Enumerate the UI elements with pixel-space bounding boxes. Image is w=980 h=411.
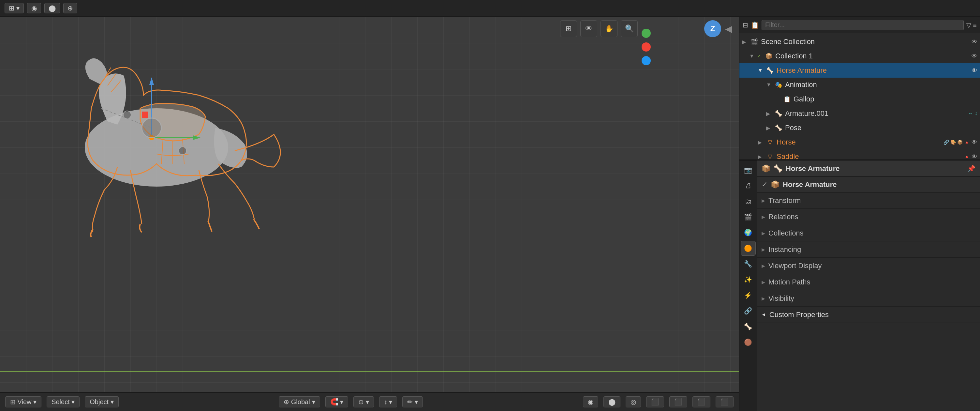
tree-item-animation[interactable]: ▼ 🎭 Animation [740, 78, 980, 92]
outliner-section: ⊟ 📋 ▽ ≡ ▶ 🎬 Scene Collection 👁 ▼ ✓ [740, 17, 980, 161]
gallop-label: Gallop [794, 95, 977, 104]
visibility-label: Visibility [768, 294, 794, 303]
armature001-icon: 🦴 [774, 110, 783, 117]
scene-collection-label: Scene Collection [761, 38, 970, 46]
svg-rect-8 [142, 112, 148, 118]
tree-item-horse-armature[interactable]: ▼ 🦴 Horse Armature 👁 [740, 63, 980, 78]
proportional-btn[interactable]: ⊙ ▾ [353, 396, 374, 408]
motion-paths-section[interactable]: ▶ Motion Paths [757, 274, 980, 290]
custom-properties-section[interactable]: ▼ Custom Properties [757, 307, 980, 323]
horse-armature-label: Horse Armature [776, 66, 970, 75]
relations-section[interactable]: ▶ Relations [757, 209, 980, 225]
tree-item-armature001[interactable]: ▶ 🦴 Armature.001 ↔ ↕ [740, 106, 980, 121]
properties-header-title: Horse Armature [786, 164, 840, 173]
viewport-icon-buttons: ⊞ 👁 ✋ 🔍 [560, 20, 638, 37]
camera-btn[interactable]: 👁 [580, 20, 597, 37]
props-material-btn[interactable]: 🟤 [741, 335, 756, 350]
zoom-btn[interactable]: 🔍 [621, 20, 638, 37]
props-data-btn[interactable]: 🦴 [741, 319, 756, 334]
axis-z-indicator[interactable]: Z [704, 20, 721, 37]
props-object-btn[interactable]: 🟠 [741, 241, 756, 256]
props-modifier-btn[interactable]: 🔧 [741, 256, 756, 271]
props-physics-btn[interactable]: ⚡ [741, 288, 756, 303]
tree-item-saddle[interactable]: ▶ ▽ Saddle 🔺 👁 [740, 150, 980, 159]
viewport-shading-btn[interactable]: ◉ [27, 3, 41, 13]
motion-paths-arrow: ▶ [762, 280, 765, 285]
shading-mat-btn[interactable]: ⬛ [669, 396, 687, 408]
pin-icon[interactable]: 📌 [967, 165, 975, 172]
relations-arrow: ▶ [762, 214, 765, 220]
props-scene-btn[interactable]: 🎬 [741, 209, 756, 225]
motion-paths-label: Motion Paths [768, 278, 810, 287]
overlay-btn[interactable]: ⬤ [45, 3, 60, 13]
snap-btn[interactable]: 🧲 ▾ [325, 396, 348, 408]
viewport-area: Z ◀ ⊞ 👁 ✋ 🔍 [0, 17, 739, 411]
overlay-toggle[interactable]: ⬤ [603, 396, 620, 408]
horizon-line [0, 371, 739, 372]
tree-arrow: ▶ [758, 154, 764, 160]
global-btn[interactable]: ⊕ Global ▾ [279, 396, 320, 408]
select-menu-btn[interactable]: Select ▾ [47, 396, 80, 408]
props-constraints-btn[interactable]: 🔗 [741, 303, 756, 319]
pose-label: Pose [785, 124, 977, 132]
props-particles-btn[interactable]: ✨ [741, 272, 756, 287]
color-dots-panel [641, 29, 651, 65]
outliner-topbar: ⊟ 📋 ▽ ≡ [740, 17, 980, 33]
outliner-editor-icon: ⊟ [743, 21, 748, 29]
shading-extra-btn[interactable]: ⬛ [716, 396, 733, 408]
saddle-eye[interactable]: 👁 [972, 153, 977, 160]
props-world-btn[interactable]: 🌍 [741, 225, 756, 240]
properties-section: 📷 🖨 🗂 🎬 🌍 🟠 🔧 ✨ ⚡ 🔗 🦴 🟤 📦 🦴 Ho [740, 161, 980, 411]
armature001-label: Armature.001 [785, 109, 964, 118]
shading-solid-btn[interactable]: ⬛ [646, 396, 664, 408]
collections-section[interactable]: ▶ Collections [757, 225, 980, 241]
tree-item-horse[interactable]: ▶ ▽ Horse 🔗 🎨 📦 🔺 👁 [740, 135, 980, 150]
dot-green [641, 29, 651, 38]
shading-render-btn[interactable]: ⬛ [692, 396, 710, 408]
filter-icon[interactable]: ▽ ≡ [966, 21, 977, 29]
outliner-search-input[interactable] [762, 20, 964, 30]
viewport-mode-btn[interactable]: ◉ [583, 396, 598, 408]
props-output-btn[interactable]: 🖨 [741, 178, 756, 193]
props-render-btn[interactable]: 📷 [741, 162, 756, 177]
tree-item-pose[interactable]: ▶ 🦴 Pose [740, 121, 980, 135]
viewport-display-section[interactable]: ▶ Viewport Display [757, 258, 980, 274]
view-menu-btn[interactable]: ⊞ View ▾ [5, 396, 41, 408]
animation-icon: 🎭 [774, 81, 783, 88]
tree-arrow: ▶ [766, 125, 772, 131]
scene-collection-eye[interactable]: 👁 [972, 38, 977, 45]
transform-section[interactable]: ▶ Transform [757, 193, 980, 209]
tree-item-collection1[interactable]: ▼ ✓ 📦 Collection 1 👁 [740, 49, 980, 63]
pose-icon: 🦴 [774, 124, 783, 131]
horse-armature-icon: 🦴 [765, 67, 775, 74]
visibility-section[interactable]: ▶ Visibility [757, 290, 980, 307]
props-view-layer-btn[interactable]: 🗂 [741, 194, 756, 209]
svg-marker-5 [149, 77, 154, 85]
xray-btn[interactable]: ◎ [625, 396, 641, 408]
horse-armature-eye[interactable]: 👁 [972, 67, 977, 74]
object-menu-btn[interactable]: Object ▾ [85, 396, 118, 408]
horse-3d-view [26, 43, 320, 245]
relations-label: Relations [768, 213, 799, 221]
svg-point-12 [179, 147, 186, 155]
viewport-display-arrow: ▶ [762, 263, 765, 268]
tree-arrow: ▶ [766, 111, 772, 117]
panel-collapse-arrow[interactable]: ◀ [725, 24, 732, 34]
tree-item-gallop[interactable]: ▶ 📋 Gallop [740, 92, 980, 106]
tree-item-scene-collection[interactable]: ▶ 🎬 Scene Collection 👁 [740, 35, 980, 49]
instancing-section[interactable]: ▶ Instancing [757, 241, 980, 258]
global-dropdown: ▾ [312, 398, 315, 406]
grid-view-btn[interactable]: ⊞ [560, 20, 577, 37]
transform-mode-btn[interactable]: ↕ ▾ [379, 396, 398, 408]
hand-btn[interactable]: ✋ [601, 20, 617, 37]
horse-svg [26, 43, 320, 239]
collection1-eye[interactable]: 👁 [972, 53, 977, 60]
annotation-btn[interactable]: ✏ ▾ [402, 396, 423, 408]
tree-arrow: ▼ [766, 82, 772, 88]
top-header-bar: ⊞ ▾ ◉ ⬤ ⊕ [0, 0, 980, 17]
global-icon: ⊕ [284, 398, 289, 406]
editor-type-btn[interactable]: ⊞ ▾ [5, 3, 24, 13]
horse-eye[interactable]: 👁 [972, 139, 977, 146]
props-header-icon2: 🦴 [774, 164, 783, 173]
gizmo-btn[interactable]: ⊕ [63, 3, 77, 13]
